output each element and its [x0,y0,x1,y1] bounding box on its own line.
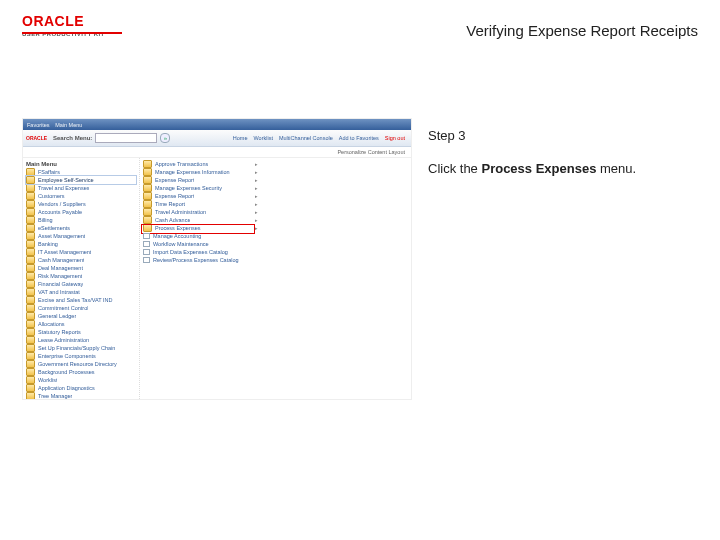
search-label: Search Menu: [53,135,92,141]
main-menu-item[interactable]: Deal Management [26,264,136,272]
search-input[interactable] [95,133,157,143]
nav-mc-link[interactable]: MultiChannel Console [279,135,333,141]
app-nav-bar: ORACLE Search Menu: » Home Worklist Mult… [23,130,411,147]
folder-icon [26,248,35,256]
personalize-bar[interactable]: Personalize Content Layout [23,147,411,158]
sub-menu-item[interactable]: Cash Advance▸ [143,216,258,224]
folder-icon [26,344,35,352]
main-menu-item[interactable]: Statutory Reports [26,328,136,336]
transaction-icon [143,249,150,255]
folder-icon [143,208,152,216]
sub-menu-item[interactable]: Expense Report▸ [143,192,258,200]
folder-icon [26,336,35,344]
main-menu-item[interactable]: Risk Management [26,272,136,280]
main-menu-item[interactable]: General Ledger [26,312,136,320]
main-menu-item[interactable]: IT Asset Management [26,248,136,256]
menu-item-label: Employee Self-Service [38,177,94,183]
menu-item-label: Process Expenses [155,225,201,231]
nav-home-link[interactable]: Home [233,135,248,141]
menu-item-label: VAT and Intrastat [38,289,80,295]
menu-item-label: Asset Management [38,233,85,239]
process-expenses-menu[interactable]: Process Expenses▸ [143,224,258,232]
menu-item-label: Workflow Maintenance [153,241,209,247]
main-menu-item[interactable]: Background Processes [26,368,136,376]
chevron-right-icon: ▸ [255,161,258,167]
sub-menu-item[interactable]: Manage Expenses Information▸ [143,168,258,176]
main-menu-item[interactable]: Tree Manager [26,392,136,399]
nav-worklist-link[interactable]: Worklist [253,135,272,141]
main-menu-item[interactable]: Allocations [26,320,136,328]
chevron-right-icon: ▸ [255,209,258,215]
main-menu-item[interactable]: Travel and Expenses [26,184,136,192]
folder-icon [26,240,35,248]
sub-menu-item[interactable]: Time Report▸ [143,200,258,208]
menu-item-label: Cash Advance [155,217,190,223]
sub-menu-item[interactable]: Expense Report▸ [143,176,258,184]
main-menu-item[interactable]: Asset Management [26,232,136,240]
folder-icon [143,192,152,200]
main-menu-item[interactable]: Customers [26,192,136,200]
folder-icon [143,224,152,232]
menu-item-label: Travel and Expenses [38,185,89,191]
folder-icon [143,200,152,208]
main-menu-item[interactable]: Lease Administration [26,336,136,344]
menu-item-label: Approve Transactions [155,161,208,167]
main-menu-item[interactable]: Vendors / Suppliers [26,200,136,208]
folder-icon [26,232,35,240]
menu-item-label: Excise and Sales Tax/VAT IND [38,297,113,303]
menu-item-label: Manage Accounting [153,233,201,239]
folder-icon [26,200,35,208]
nav-addfav-link[interactable]: Add to Favorites [339,135,379,141]
menu-item-label: Government Resource Directory [38,361,117,367]
menu-item-label: Manage Expenses Information [155,169,230,175]
main-menu-item[interactable]: Employee Self-Service [26,176,136,184]
sub-menu-item[interactable]: Workflow Maintenance [143,240,258,248]
menu-item-label: Lease Administration [38,337,89,343]
main-menu-item[interactable]: Set Up Financials/Supply Chain [26,344,136,352]
main-menu-item[interactable]: Accounts Payable [26,208,136,216]
main-menu-item[interactable]: Commitment Control [26,304,136,312]
breadcrumb-item[interactable]: Main Menu [55,122,82,128]
instruction-panel: Step 3 Click the Process Expenses menu. [428,118,698,178]
menu-item-label: Application Diagnostics [38,385,95,391]
logo-underline [22,32,122,34]
menu-item-label: Banking [38,241,58,247]
folder-icon [26,176,35,184]
search-go-button[interactable]: » [160,133,170,143]
folder-icon [143,168,152,176]
main-menu-item[interactable]: FSaffairs [26,168,136,176]
oracle-logo: ORACLE USER PRODUCTIVITY KIT [22,12,122,40]
folder-icon [26,352,35,360]
sub-menu-item[interactable]: Import Data Expenses Catalog [143,248,258,256]
menu-item-label: Import Data Expenses Catalog [153,249,228,255]
main-menu-item[interactable]: Billing [26,216,136,224]
menu-item-label: IT Asset Management [38,249,91,255]
main-menu-item[interactable]: Financial Gateway [26,280,136,288]
menu-item-label: Expense Report [155,193,194,199]
main-menu-item[interactable]: Excise and Sales Tax/VAT IND [26,296,136,304]
sub-menu-item[interactable]: Manage Accounting [143,232,258,240]
menu-item-label: Deal Management [38,265,83,271]
folder-icon [26,376,35,384]
folder-icon [26,384,35,392]
main-menu-item[interactable]: Government Resource Directory [26,360,136,368]
nav-signout-link[interactable]: Sign out [385,135,405,141]
breadcrumb-item[interactable]: Favorites [27,122,50,128]
sub-menu-item[interactable]: Review/Process Expenses Catalog [143,256,258,264]
sub-menu-item[interactable]: Manage Expenses Security▸ [143,184,258,192]
main-menu-item[interactable]: Banking [26,240,136,248]
menu-item-label: Accounts Payable [38,209,82,215]
main-menu-item[interactable]: VAT and Intrastat [26,288,136,296]
menu-item-label: Vendors / Suppliers [38,201,86,207]
main-menu-item[interactable]: Cash Management [26,256,136,264]
main-menu-item[interactable]: Worklist [26,376,136,384]
step-description: Click the Process Expenses menu. [428,161,698,178]
desc-bold: Process Expenses [481,161,596,176]
main-menu-item[interactable]: eSettlements [26,224,136,232]
sub-menu-item[interactable]: Approve Transactions▸ [143,160,258,168]
main-menu-item[interactable]: Application Diagnostics [26,384,136,392]
chevron-right-icon: ▸ [255,177,258,183]
transaction-icon [143,233,150,239]
main-menu-item[interactable]: Enterprise Components [26,352,136,360]
sub-menu-item[interactable]: Travel Administration▸ [143,208,258,216]
